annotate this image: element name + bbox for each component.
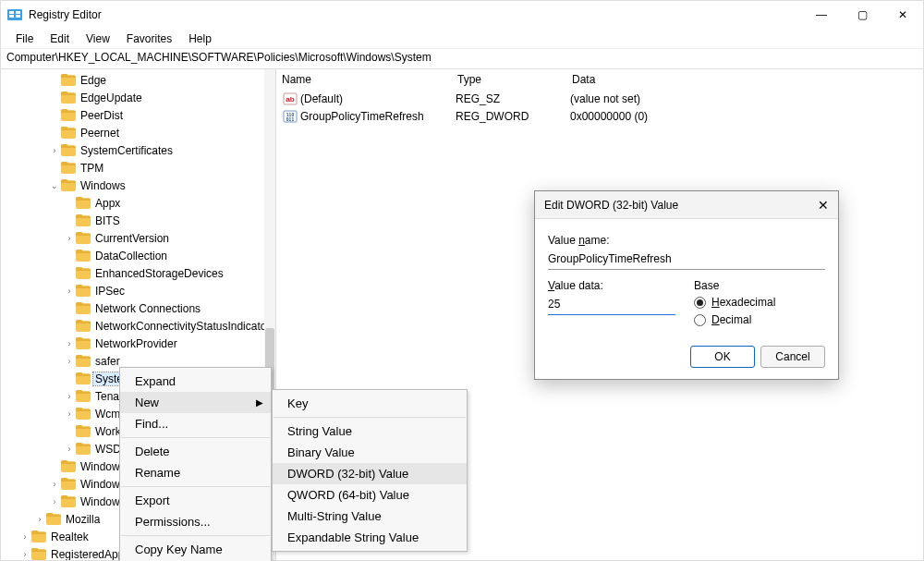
tree-item-label: Edge: [79, 74, 108, 87]
list-row[interactable]: 110011GroupPolicyTimeRefreshREG_DWORD0x0…: [276, 107, 923, 125]
expander-icon[interactable]: ›: [34, 515, 45, 524]
value-icon: ab: [282, 91, 298, 106]
window-title: Registry Editor: [29, 8, 102, 21]
expander-icon[interactable]: ›: [64, 392, 75, 401]
dialog-close-button[interactable]: ✕: [818, 198, 829, 213]
address-bar[interactable]: Computer\HKEY_LOCAL_MACHINE\SOFTWARE\Pol…: [1, 49, 923, 69]
folder-icon: [76, 214, 91, 227]
column-header-type[interactable]: Type: [457, 73, 572, 86]
tree-item-label: safer: [93, 355, 122, 368]
list-row[interactable]: ab(Default)REG_SZ(value not set): [276, 90, 923, 107]
tree-item[interactable]: ›SystemCertificates: [1, 141, 275, 159]
svg-text:ab: ab: [286, 95, 294, 104]
tree-item[interactable]: TPM: [1, 159, 275, 177]
expander-icon[interactable]: ›: [64, 445, 75, 454]
menu-view[interactable]: View: [79, 30, 117, 47]
menubar: File Edit View Favorites Help: [1, 29, 923, 49]
tree-item[interactable]: ›NetworkProvider: [1, 335, 275, 352]
menu-item[interactable]: Copy Key Name: [120, 539, 271, 560]
minimize-button[interactable]: —: [801, 1, 842, 29]
folder-icon: [76, 285, 91, 298]
expander-icon[interactable]: ›: [64, 234, 75, 243]
value-name-input[interactable]: [548, 250, 825, 270]
menu-item[interactable]: DWORD (32-bit) Value: [273, 463, 467, 484]
value-icon: 110011: [282, 109, 298, 124]
tree-item[interactable]: ⌄Windows: [1, 177, 275, 194]
tree-item[interactable]: DataCollection: [1, 247, 275, 264]
expander-icon[interactable]: ›: [64, 357, 75, 366]
folder-icon: [61, 495, 76, 508]
tree-item-label: Windows: [79, 179, 128, 192]
tree-item[interactable]: ›CurrentVersion: [1, 229, 275, 247]
tree-item-label: NetworkProvider: [93, 337, 179, 350]
tree-item[interactable]: PeerDist: [1, 106, 275, 124]
tree-item[interactable]: NetworkConnectivityStatusIndicator: [1, 317, 275, 335]
dialog-titlebar: Edit DWORD (32-bit) Value ✕: [535, 191, 838, 219]
tree-item-label: IPSec: [93, 285, 127, 298]
cancel-button[interactable]: Cancel: [760, 346, 825, 368]
radio-hexadecimal[interactable]: Hexadecimal: [694, 296, 825, 309]
menu-file[interactable]: File: [8, 30, 41, 47]
expander-icon[interactable]: ›: [49, 497, 60, 506]
cell-name: GroupPolicyTimeRefresh: [300, 110, 456, 123]
menu-item[interactable]: Find...: [120, 413, 271, 434]
folder-icon: [61, 74, 76, 87]
tree-item[interactable]: Edge: [1, 71, 275, 89]
expander-icon[interactable]: ›: [64, 409, 75, 419]
menu-favorites[interactable]: Favorites: [119, 30, 179, 47]
tree-item[interactable]: BITS: [1, 212, 275, 229]
tree-item[interactable]: EdgeUpdate: [1, 89, 275, 106]
menu-item[interactable]: Expand: [120, 371, 271, 392]
menu-item[interactable]: Expandable String Value: [273, 527, 467, 548]
edit-dword-dialog: Edit DWORD (32-bit) Value ✕ Value name: …: [534, 190, 839, 380]
tree-item-label: Appx: [93, 197, 122, 210]
menu-item[interactable]: Rename: [120, 462, 271, 483]
expander-icon[interactable]: ›: [49, 146, 60, 155]
menu-item[interactable]: String Value: [273, 421, 467, 442]
tree-item-label: BITS: [93, 214, 122, 227]
column-header-data[interactable]: Data: [572, 73, 923, 86]
tree-item[interactable]: Network Connections: [1, 299, 275, 317]
close-button[interactable]: ✕: [882, 1, 923, 29]
cell-type: REG_SZ: [456, 92, 570, 105]
cell-data: (value not set): [570, 92, 923, 105]
menu-item[interactable]: Delete: [120, 441, 271, 462]
menu-item[interactable]: New▶: [120, 392, 271, 413]
column-header-name[interactable]: Name: [282, 73, 457, 86]
tree-item[interactable]: Peernet: [1, 124, 275, 141]
folder-icon: [31, 531, 46, 543]
tree-item[interactable]: ›IPSec: [1, 282, 275, 299]
menu-item[interactable]: Export: [120, 490, 271, 511]
tree-item[interactable]: Appx: [1, 194, 275, 212]
menu-separator: [121, 535, 270, 536]
expander-icon[interactable]: ›: [64, 339, 75, 348]
expander-icon[interactable]: ⌄: [49, 181, 60, 190]
menu-item[interactable]: Multi-String Value: [273, 506, 467, 527]
app-icon: [6, 6, 23, 23]
expander-icon[interactable]: ›: [19, 550, 30, 559]
ok-button[interactable]: OK: [690, 346, 755, 368]
value-data-input[interactable]: [548, 296, 675, 315]
menu-item[interactable]: Permissions...: [120, 511, 271, 532]
folder-icon: [76, 320, 91, 333]
menu-separator: [121, 437, 270, 438]
value-name-label: Value name:: [548, 234, 825, 247]
menu-item[interactable]: Key: [273, 393, 467, 414]
maximize-button[interactable]: ▢: [842, 1, 882, 29]
tree-item-label: SystemCertificates: [79, 144, 175, 157]
expander-icon[interactable]: ›: [64, 287, 75, 296]
menu-item[interactable]: QWORD (64-bit) Value: [273, 484, 467, 506]
folder-icon: [76, 302, 91, 315]
tree-item-label: NetworkConnectivityStatusIndicator: [93, 320, 272, 333]
tree-item[interactable]: EnhancedStorageDevices: [1, 264, 275, 282]
expander-icon[interactable]: ›: [19, 532, 30, 542]
radio-decimal[interactable]: Decimal: [694, 313, 825, 326]
menu-item[interactable]: Binary Value: [273, 442, 467, 463]
folder-icon: [61, 127, 76, 140]
cell-data: 0x00000000 (0): [570, 110, 923, 123]
expander-icon[interactable]: ›: [49, 480, 60, 489]
menu-help[interactable]: Help: [181, 30, 219, 47]
folder-icon: [76, 408, 91, 421]
menu-edit[interactable]: Edit: [43, 30, 77, 47]
folder-icon: [61, 478, 76, 491]
